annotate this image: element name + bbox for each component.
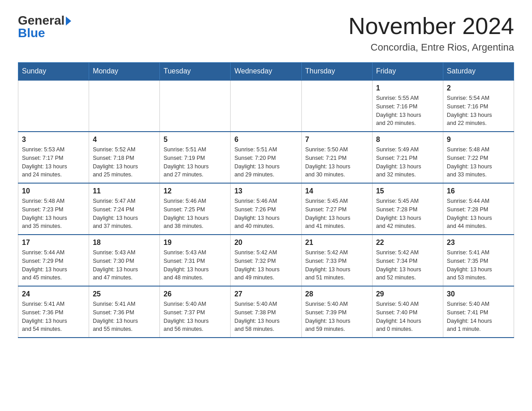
day-info: Sunrise: 5:42 AMSunset: 7:33 PMDaylight:… (305, 248, 369, 282)
day-info: Sunrise: 5:45 AMSunset: 7:28 PMDaylight:… (376, 197, 439, 231)
day-info: Sunrise: 5:40 AMSunset: 7:40 PMDaylight:… (376, 300, 439, 334)
day-number: 17 (22, 239, 85, 247)
day-number: 4 (93, 136, 156, 144)
day-info: Sunrise: 5:48 AMSunset: 7:22 PMDaylight:… (447, 146, 510, 179)
calendar-header-monday: Monday (89, 63, 160, 81)
calendar-week-4: 17Sunrise: 5:44 AMSunset: 7:29 PMDayligh… (18, 235, 514, 286)
calendar-cell: 5Sunrise: 5:51 AMSunset: 7:19 PMDaylight… (160, 132, 231, 183)
day-info: Sunrise: 5:41 AMSunset: 7:36 PMDaylight:… (22, 300, 85, 334)
logo-blue-text: Blue (18, 26, 45, 40)
calendar-cell: 26Sunrise: 5:40 AMSunset: 7:37 PMDayligh… (160, 286, 231, 338)
day-info: Sunrise: 5:55 AMSunset: 7:16 PMDaylight:… (376, 94, 439, 128)
day-info: Sunrise: 5:46 AMSunset: 7:25 PMDaylight:… (163, 197, 227, 231)
calendar-cell: 10Sunrise: 5:48 AMSunset: 7:23 PMDayligh… (18, 183, 89, 235)
calendar-cell: 24Sunrise: 5:41 AMSunset: 7:36 PMDayligh… (18, 286, 89, 338)
calendar-cell: 1Sunrise: 5:55 AMSunset: 7:16 PMDaylight… (372, 80, 443, 132)
calendar-cell: 15Sunrise: 5:45 AMSunset: 7:28 PMDayligh… (372, 183, 443, 235)
day-number: 29 (376, 290, 439, 298)
calendar-week-3: 10Sunrise: 5:48 AMSunset: 7:23 PMDayligh… (18, 183, 514, 235)
calendar-cell: 4Sunrise: 5:52 AMSunset: 7:18 PMDaylight… (89, 132, 160, 183)
day-number: 20 (234, 239, 297, 247)
calendar-header-sunday: Sunday (18, 63, 89, 81)
day-number: 11 (93, 187, 156, 195)
day-number: 23 (447, 239, 510, 247)
day-info: Sunrise: 5:48 AMSunset: 7:23 PMDaylight:… (22, 197, 85, 231)
day-info: Sunrise: 5:43 AMSunset: 7:31 PMDaylight:… (163, 248, 227, 282)
day-info: Sunrise: 5:49 AMSunset: 7:21 PMDaylight:… (376, 146, 439, 179)
day-number: 3 (22, 136, 85, 144)
day-info: Sunrise: 5:45 AMSunset: 7:27 PMDaylight:… (305, 197, 369, 231)
day-number: 16 (447, 187, 510, 195)
day-number: 28 (305, 290, 369, 298)
calendar-cell: 11Sunrise: 5:47 AMSunset: 7:24 PMDayligh… (89, 183, 160, 235)
logo: General Blue (18, 13, 71, 40)
day-number: 15 (376, 187, 439, 195)
title-area: November 2024 Concordia, Entre Rios, Arg… (348, 13, 514, 53)
day-number: 2 (447, 84, 510, 92)
calendar-header-wednesday: Wednesday (231, 63, 301, 81)
calendar-week-2: 3Sunrise: 5:53 AMSunset: 7:17 PMDaylight… (18, 132, 514, 183)
calendar-cell: 29Sunrise: 5:40 AMSunset: 7:40 PMDayligh… (372, 286, 443, 338)
calendar-cell: 28Sunrise: 5:40 AMSunset: 7:39 PMDayligh… (301, 286, 372, 338)
calendar-cell: 25Sunrise: 5:41 AMSunset: 7:36 PMDayligh… (89, 286, 160, 338)
day-number: 18 (93, 239, 156, 247)
day-info: Sunrise: 5:42 AMSunset: 7:32 PMDaylight:… (234, 248, 297, 282)
day-info: Sunrise: 5:53 AMSunset: 7:17 PMDaylight:… (22, 146, 85, 179)
calendar-header-thursday: Thursday (301, 63, 372, 81)
calendar-cell: 13Sunrise: 5:46 AMSunset: 7:26 PMDayligh… (231, 183, 301, 235)
day-number: 14 (305, 187, 369, 195)
day-number: 27 (234, 290, 297, 298)
calendar-cell: 16Sunrise: 5:44 AMSunset: 7:28 PMDayligh… (443, 183, 514, 235)
day-number: 25 (93, 290, 156, 298)
calendar-cell: 6Sunrise: 5:51 AMSunset: 7:20 PMDaylight… (231, 132, 301, 183)
day-info: Sunrise: 5:44 AMSunset: 7:28 PMDaylight:… (447, 197, 510, 231)
day-number: 5 (163, 136, 227, 144)
calendar-cell: 27Sunrise: 5:40 AMSunset: 7:38 PMDayligh… (231, 286, 301, 338)
calendar-week-1: 1Sunrise: 5:55 AMSunset: 7:16 PMDaylight… (18, 80, 514, 132)
day-number: 30 (447, 290, 510, 298)
calendar-header-saturday: Saturday (443, 63, 514, 81)
day-number: 21 (305, 239, 369, 247)
day-number: 12 (163, 187, 227, 195)
day-info: Sunrise: 5:54 AMSunset: 7:16 PMDaylight:… (447, 94, 510, 128)
calendar-cell: 19Sunrise: 5:43 AMSunset: 7:31 PMDayligh… (160, 235, 231, 286)
day-info: Sunrise: 5:41 AMSunset: 7:36 PMDaylight:… (93, 300, 156, 334)
day-info: Sunrise: 5:47 AMSunset: 7:24 PMDaylight:… (93, 197, 156, 231)
day-number: 9 (447, 136, 510, 144)
location-title: Concordia, Entre Rios, Argentina (348, 42, 514, 53)
day-number: 10 (22, 187, 85, 195)
calendar-header-friday: Friday (372, 63, 443, 81)
day-number: 22 (376, 239, 439, 247)
calendar-cell (18, 80, 89, 132)
day-number: 6 (234, 136, 297, 144)
day-info: Sunrise: 5:43 AMSunset: 7:30 PMDaylight:… (93, 248, 156, 282)
calendar-cell (231, 80, 301, 132)
logo-triangle-icon (66, 17, 71, 26)
day-number: 7 (305, 136, 369, 144)
calendar-cell: 23Sunrise: 5:41 AMSunset: 7:35 PMDayligh… (443, 235, 514, 286)
calendar-cell: 2Sunrise: 5:54 AMSunset: 7:16 PMDaylight… (443, 80, 514, 132)
calendar-cell: 20Sunrise: 5:42 AMSunset: 7:32 PMDayligh… (231, 235, 301, 286)
calendar-cell: 30Sunrise: 5:40 AMSunset: 7:41 PMDayligh… (443, 286, 514, 338)
day-number: 26 (163, 290, 227, 298)
month-title: November 2024 (348, 13, 514, 39)
calendar-cell: 18Sunrise: 5:43 AMSunset: 7:30 PMDayligh… (89, 235, 160, 286)
calendar-cell (89, 80, 160, 132)
day-info: Sunrise: 5:40 AMSunset: 7:38 PMDaylight:… (234, 300, 297, 334)
day-info: Sunrise: 5:42 AMSunset: 7:34 PMDaylight:… (376, 248, 439, 282)
day-info: Sunrise: 5:50 AMSunset: 7:21 PMDaylight:… (305, 146, 369, 179)
calendar-cell: 22Sunrise: 5:42 AMSunset: 7:34 PMDayligh… (372, 235, 443, 286)
day-number: 19 (163, 239, 227, 247)
day-number: 8 (376, 136, 439, 144)
day-number: 13 (234, 187, 297, 195)
day-number: 1 (376, 84, 439, 92)
header: General Blue November 2024 Concordia, En… (18, 13, 514, 53)
calendar-cell: 8Sunrise: 5:49 AMSunset: 7:21 PMDaylight… (372, 132, 443, 183)
calendar-cell (301, 80, 372, 132)
calendar-cell: 17Sunrise: 5:44 AMSunset: 7:29 PMDayligh… (18, 235, 89, 286)
day-info: Sunrise: 5:40 AMSunset: 7:37 PMDaylight:… (163, 300, 227, 334)
day-info: Sunrise: 5:40 AMSunset: 7:41 PMDaylight:… (447, 300, 510, 334)
calendar-header-row: SundayMondayTuesdayWednesdayThursdayFrid… (18, 63, 514, 81)
calendar-cell: 3Sunrise: 5:53 AMSunset: 7:17 PMDaylight… (18, 132, 89, 183)
calendar-table: SundayMondayTuesdayWednesdayThursdayFrid… (18, 62, 514, 338)
